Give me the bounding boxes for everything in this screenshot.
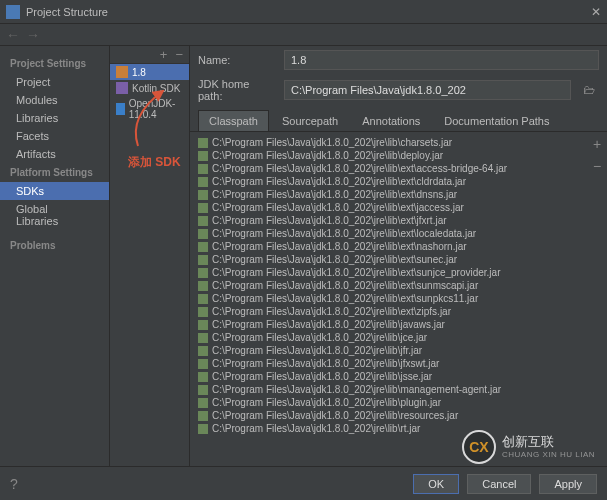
classpath-entry[interactable]: C:\Program Files\Java\jdk1.8.0_202\jre\l…: [194, 357, 583, 370]
cancel-button[interactable]: Cancel: [467, 474, 531, 494]
sdk-label: OpenJDK-11.0.4: [129, 98, 183, 120]
jar-path: C:\Program Files\Java\jdk1.8.0_202\jre\l…: [212, 384, 501, 395]
settings-item[interactable]: Facets: [0, 127, 109, 145]
jar-icon: [198, 138, 208, 148]
jar-path: C:\Program Files\Java\jdk1.8.0_202\jre\l…: [212, 241, 467, 252]
classpath-entry[interactable]: C:\Program Files\Java\jdk1.8.0_202\jre\l…: [194, 214, 583, 227]
jar-icon: [198, 346, 208, 356]
nav-toolbar: ← →: [0, 24, 607, 46]
classpath-entry[interactable]: C:\Program Files\Java\jdk1.8.0_202\jre\l…: [194, 240, 583, 253]
classpath-entry[interactable]: C:\Program Files\Java\jdk1.8.0_202\jre\l…: [194, 188, 583, 201]
help-button[interactable]: ?: [10, 476, 18, 492]
forward-button[interactable]: →: [26, 27, 40, 43]
jar-icon: [198, 216, 208, 226]
sdk-label: 1.8: [132, 67, 146, 78]
remove-classpath-button[interactable]: −: [593, 158, 601, 174]
jar-icon: [198, 411, 208, 421]
jar-path: C:\Program Files\Java\jdk1.8.0_202\jre\l…: [212, 345, 422, 356]
window-title: Project Structure: [26, 6, 108, 18]
tab-annotations[interactable]: Annotations: [351, 110, 431, 131]
sdk-item[interactable]: OpenJDK-11.0.4: [110, 96, 189, 122]
project-settings-heading: Project Settings: [0, 54, 109, 73]
jar-icon: [198, 320, 208, 330]
jar-icon: [198, 242, 208, 252]
jar-icon: [198, 255, 208, 265]
jar-path: C:\Program Files\Java\jdk1.8.0_202\jre\l…: [212, 176, 466, 187]
ok-button[interactable]: OK: [413, 474, 459, 494]
classpath-entry[interactable]: C:\Program Files\Java\jdk1.8.0_202\jre\l…: [194, 136, 583, 149]
classpath-entry[interactable]: C:\Program Files\Java\jdk1.8.0_202\jre\l…: [194, 370, 583, 383]
tab-documentation-paths[interactable]: Documentation Paths: [433, 110, 560, 131]
classpath-entry[interactable]: C:\Program Files\Java\jdk1.8.0_202\jre\l…: [194, 344, 583, 357]
close-icon[interactable]: ✕: [591, 5, 601, 19]
tab-classpath[interactable]: Classpath: [198, 110, 269, 131]
classpath-entry[interactable]: C:\Program Files\Java\jdk1.8.0_202\jre\l…: [194, 149, 583, 162]
jar-icon: [198, 164, 208, 174]
settings-item[interactable]: Global Libraries: [0, 200, 109, 230]
classpath-entry[interactable]: C:\Program Files\Java\jdk1.8.0_202\jre\l…: [194, 409, 583, 422]
jar-path: C:\Program Files\Java\jdk1.8.0_202\jre\l…: [212, 163, 507, 174]
jar-icon: [198, 333, 208, 343]
classpath-entry[interactable]: C:\Program Files\Java\jdk1.8.0_202\jre\l…: [194, 253, 583, 266]
sdk-item[interactable]: Kotlin SDK: [110, 80, 189, 96]
sdk-home-input[interactable]: [284, 80, 571, 100]
jar-path: C:\Program Files\Java\jdk1.8.0_202\jre\l…: [212, 358, 439, 369]
jar-icon: [198, 294, 208, 304]
classpath-entry[interactable]: C:\Program Files\Java\jdk1.8.0_202\jre\l…: [194, 292, 583, 305]
remove-sdk-button[interactable]: −: [175, 47, 183, 62]
sdk-detail-panel: Name: JDK home path: 🗁 ClasspathSourcepa…: [190, 46, 607, 500]
classpath-entry[interactable]: C:\Program Files\Java\jdk1.8.0_202\jre\l…: [194, 227, 583, 240]
browse-icon[interactable]: 🗁: [579, 83, 599, 97]
classpath-entry[interactable]: C:\Program Files\Java\jdk1.8.0_202\jre\l…: [194, 396, 583, 409]
jar-icon: [198, 424, 208, 434]
settings-item[interactable]: SDKs: [0, 182, 109, 200]
sdk-item[interactable]: 1.8: [110, 64, 189, 80]
sdk-label: Kotlin SDK: [132, 83, 180, 94]
tab-sourcepath[interactable]: Sourcepath: [271, 110, 349, 131]
sdk-name-input[interactable]: [284, 50, 599, 70]
classpath-entry[interactable]: C:\Program Files\Java\jdk1.8.0_202\jre\l…: [194, 175, 583, 188]
jar-icon: [198, 203, 208, 213]
dialog-footer: ? OK Cancel Apply: [0, 466, 607, 500]
classpath-entry[interactable]: C:\Program Files\Java\jdk1.8.0_202\jre\l…: [194, 266, 583, 279]
jar-icon: [198, 281, 208, 291]
classpath-list[interactable]: C:\Program Files\Java\jdk1.8.0_202\jre\l…: [190, 132, 587, 500]
classpath-entry[interactable]: C:\Program Files\Java\jdk1.8.0_202\jre\l…: [194, 331, 583, 344]
jar-path: C:\Program Files\Java\jdk1.8.0_202\jre\l…: [212, 150, 443, 161]
classpath-entry[interactable]: C:\Program Files\Java\jdk1.8.0_202\jre\l…: [194, 201, 583, 214]
jar-icon: [198, 177, 208, 187]
jar-path: C:\Program Files\Java\jdk1.8.0_202\jre\l…: [212, 189, 457, 200]
java-icon: [116, 66, 128, 78]
classpath-entry[interactable]: C:\Program Files\Java\jdk1.8.0_202\jre\l…: [194, 162, 583, 175]
classpath-entry[interactable]: C:\Program Files\Java\jdk1.8.0_202\jre\l…: [194, 279, 583, 292]
openjdk-icon: [116, 103, 125, 115]
problems-heading[interactable]: Problems: [0, 236, 109, 255]
settings-item[interactable]: Modules: [0, 91, 109, 109]
add-sdk-button[interactable]: +: [160, 47, 168, 62]
jar-icon: [198, 398, 208, 408]
jar-path: C:\Program Files\Java\jdk1.8.0_202\jre\l…: [212, 293, 478, 304]
jar-icon: [198, 359, 208, 369]
jar-path: C:\Program Files\Java\jdk1.8.0_202\jre\l…: [212, 423, 420, 434]
classpath-entry[interactable]: C:\Program Files\Java\jdk1.8.0_202\jre\l…: [194, 383, 583, 396]
settings-tree: Project Settings ProjectModulesLibraries…: [0, 46, 110, 500]
titlebar: Project Structure ✕: [0, 0, 607, 24]
settings-item[interactable]: Libraries: [0, 109, 109, 127]
classpath-entry[interactable]: C:\Program Files\Java\jdk1.8.0_202\jre\l…: [194, 422, 583, 435]
jar-icon: [198, 372, 208, 382]
classpath-entry[interactable]: C:\Program Files\Java\jdk1.8.0_202\jre\l…: [194, 318, 583, 331]
settings-item[interactable]: Artifacts: [0, 145, 109, 163]
app-icon: [6, 5, 20, 19]
add-classpath-button[interactable]: +: [593, 136, 601, 152]
jar-path: C:\Program Files\Java\jdk1.8.0_202\jre\l…: [212, 267, 500, 278]
jar-path: C:\Program Files\Java\jdk1.8.0_202\jre\l…: [212, 228, 476, 239]
settings-item[interactable]: Project: [0, 73, 109, 91]
classpath-entry[interactable]: C:\Program Files\Java\jdk1.8.0_202\jre\l…: [194, 305, 583, 318]
jar-icon: [198, 229, 208, 239]
apply-button[interactable]: Apply: [539, 474, 597, 494]
back-button[interactable]: ←: [6, 27, 20, 43]
annotation-label: 添加 SDK: [128, 154, 181, 171]
platform-settings-heading: Platform Settings: [0, 163, 109, 182]
jar-icon: [198, 268, 208, 278]
jar-path: C:\Program Files\Java\jdk1.8.0_202\jre\l…: [212, 280, 478, 291]
